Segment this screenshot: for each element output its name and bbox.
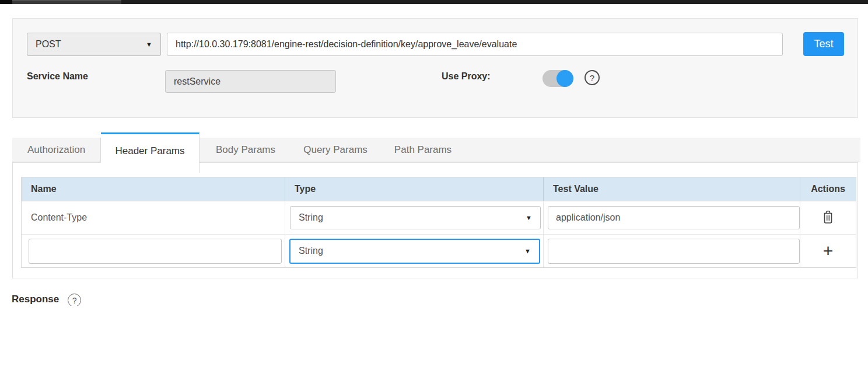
response-section: Response ? (12, 294, 245, 306)
column-header-test-value: Test Value (543, 177, 800, 201)
proxy-help-icon[interactable]: ? (584, 70, 600, 85)
browser-top-strip (0, 0, 868, 4)
param-test-value-cell (543, 201, 800, 234)
header-params-panel: Name Type Test Value Actions Content-Typ… (12, 162, 858, 278)
plus-icon: + (823, 242, 834, 260)
param-test-value-input[interactable] (548, 206, 800, 229)
use-proxy-toggle[interactable] (542, 70, 573, 87)
tab-path-params[interactable]: Path Params (379, 138, 467, 162)
param-type-cell: String ▼ (285, 201, 543, 234)
service-name-label: Service Name (27, 71, 88, 82)
response-label: Response (12, 294, 59, 305)
response-help-icon[interactable]: ? (68, 294, 81, 306)
top-strip-tab-segment (12, 0, 121, 4)
column-header-type: Type (285, 177, 543, 201)
param-type-value: String (299, 212, 323, 223)
param-actions-cell: + (800, 235, 856, 267)
rest-service-test-screen: POST ▼ Test Service Name Use Proxy: ? Au… (0, 0, 868, 377)
param-actions-cell (800, 201, 856, 234)
delete-row-button[interactable] (819, 207, 837, 228)
param-name-value: Content-Type (22, 212, 87, 223)
param-type-value: String (299, 246, 323, 256)
param-name-cell: Content-Type (22, 201, 285, 234)
service-name-input[interactable] (165, 70, 336, 93)
params-tab-bar: Authorization Header Params Body Params … (12, 138, 860, 162)
add-row-button[interactable]: + (821, 240, 836, 262)
request-url-input[interactable] (167, 33, 783, 56)
tab-body-params[interactable]: Body Params (199, 138, 292, 162)
table-header-row: Name Type Test Value Actions (22, 177, 856, 201)
trash-icon (821, 210, 835, 226)
header-params-table: Name Type Test Value Actions Content-Typ… (21, 177, 856, 268)
column-header-name: Name (22, 177, 285, 201)
chevron-down-icon: ▼ (524, 248, 531, 254)
tab-header-params[interactable]: Header Params (101, 132, 200, 173)
top-strip-left-segment (0, 0, 12, 4)
table-row: String ▼ + (22, 234, 856, 267)
new-param-test-value-input[interactable] (548, 239, 800, 264)
http-method-value: POST (36, 39, 61, 50)
table-row: Content-Type String ▼ (22, 201, 856, 234)
new-param-type-select[interactable]: String ▼ (289, 239, 540, 264)
test-button[interactable]: Test (803, 32, 844, 56)
request-config-panel: POST ▼ Test Service Name Use Proxy: ? (12, 18, 858, 118)
param-name-cell (22, 235, 285, 267)
new-param-name-input[interactable] (29, 239, 282, 264)
column-header-actions: Actions (800, 177, 856, 201)
param-test-value-cell (543, 235, 800, 267)
tab-query-params[interactable]: Query Params (292, 138, 379, 162)
param-type-cell: String ▼ (285, 235, 543, 267)
tab-authorization[interactable]: Authorization (12, 138, 101, 162)
use-proxy-label: Use Proxy: (442, 71, 491, 82)
http-method-select[interactable]: POST ▼ (27, 33, 161, 56)
chevron-down-icon: ▼ (146, 41, 152, 48)
param-type-select[interactable]: String ▼ (290, 206, 541, 229)
chevron-down-icon: ▼ (526, 215, 532, 221)
toggle-thumb (556, 70, 573, 87)
